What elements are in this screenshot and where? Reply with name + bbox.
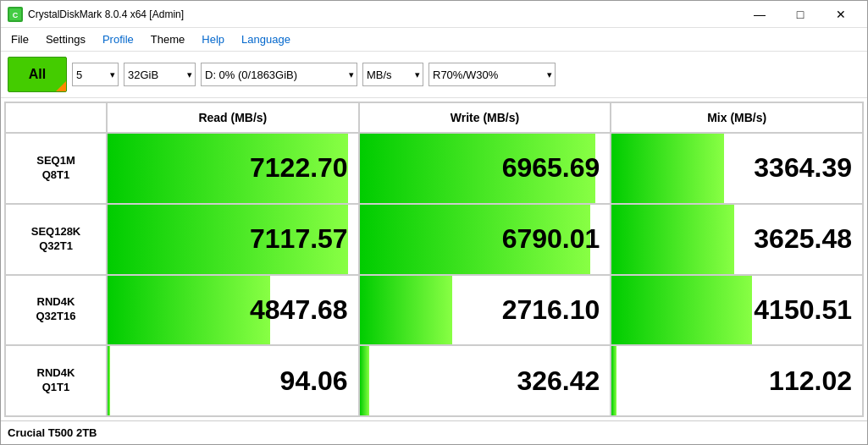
value-seq128k-read: 7117.57 bbox=[107, 204, 359, 275]
profile-select-wrapper[interactable]: R70%/W30% Default bbox=[428, 63, 556, 86]
menu-bar: File Settings Profile Theme Help Languag… bbox=[1, 28, 867, 52]
close-button[interactable]: ✕ bbox=[821, 1, 860, 28]
text-rnd4k-q1t1-mix: 112.02 bbox=[769, 365, 852, 397]
label-q1t1: Q1T1 bbox=[42, 381, 70, 395]
size-select[interactable]: 32GiB 1GiB 4GiB 16GiB 64GiB bbox=[124, 63, 196, 86]
label-rnd4k-q32t16: RND4K Q32T16 bbox=[5, 275, 107, 346]
value-rnd4k-q1t1-mix: 112.02 bbox=[611, 345, 863, 416]
window-controls: — □ ✕ bbox=[740, 1, 860, 28]
results-table: Read (MB/s) Write (MB/s) Mix (MB/s) SEQ1… bbox=[4, 102, 864, 417]
text-seq1m-read: 7122.70 bbox=[250, 152, 348, 184]
header-write: Write (MB/s) bbox=[359, 102, 611, 133]
value-seq1m-write: 6965.69 bbox=[359, 133, 611, 204]
status-bar: Crucial T500 2TB bbox=[1, 420, 867, 444]
text-seq1m-mix: 3364.39 bbox=[754, 152, 852, 184]
bar-seq128k-mix bbox=[611, 205, 734, 274]
header-empty bbox=[5, 102, 107, 133]
main-content: Read (MB/s) Write (MB/s) Mix (MB/s) SEQ1… bbox=[1, 98, 867, 420]
label-seq1m: SEQ1M bbox=[36, 154, 75, 168]
bar-rnd4k-q1t1-mix bbox=[611, 346, 616, 415]
label-rnd4k-1: RND4K bbox=[37, 295, 75, 310]
app-window: C CrystalDiskMark 8.0.4 x64 [Admin] — □ … bbox=[0, 0, 868, 445]
value-rnd4k-q1t1-read: 94.06 bbox=[107, 345, 359, 416]
text-seq128k-mix: 3625.48 bbox=[754, 223, 852, 255]
bar-rnd4k-q32t16-mix bbox=[611, 276, 752, 345]
label-q8t1: Q8T1 bbox=[42, 168, 70, 183]
value-rnd4k-q32t16-mix: 4150.51 bbox=[611, 275, 863, 346]
bar-rnd4k-q32t16-write bbox=[360, 276, 452, 345]
text-rnd4k-q32t16-write: 2716.10 bbox=[502, 294, 600, 326]
text-seq128k-write: 6790.01 bbox=[502, 223, 600, 255]
value-seq1m-read: 7122.70 bbox=[107, 133, 359, 204]
label-q32t16: Q32T16 bbox=[36, 310, 76, 324]
label-rnd4k-q1t1: RND4K Q1T1 bbox=[5, 345, 107, 416]
drive-select-wrapper[interactable]: D: 0% (0/1863GiB) bbox=[201, 63, 357, 86]
unit-select-wrapper[interactable]: MB/s GB/s IOPS bbox=[362, 63, 423, 86]
label-seq128k-q32t1: SEQ128K Q32T1 bbox=[5, 204, 107, 275]
label-seq128k: SEQ128K bbox=[31, 225, 81, 239]
toolbar: All 5 1 3 9 32GiB 1GiB 4GiB 16GiB 64GiB … bbox=[1, 52, 867, 98]
label-q32t1: Q32T1 bbox=[39, 239, 73, 254]
header-mix: Mix (MB/s) bbox=[611, 102, 863, 133]
text-seq128k-read: 7117.57 bbox=[250, 223, 348, 255]
app-icon: C bbox=[8, 7, 23, 22]
text-rnd4k-q1t1-write: 326.42 bbox=[517, 365, 600, 397]
all-button[interactable]: All bbox=[8, 57, 67, 92]
label-seq1m-q8t1: SEQ1M Q8T1 bbox=[5, 133, 107, 204]
header-read: Read (MB/s) bbox=[107, 102, 359, 133]
text-rnd4k-q32t16-read: 4847.68 bbox=[250, 294, 348, 326]
unit-select[interactable]: MB/s GB/s IOPS bbox=[362, 63, 423, 86]
bar-rnd4k-q1t1-read bbox=[108, 346, 110, 415]
menu-profile[interactable]: Profile bbox=[96, 31, 141, 47]
drive-select[interactable]: D: 0% (0/1863GiB) bbox=[201, 63, 357, 86]
svg-text:C: C bbox=[13, 11, 19, 19]
bar-rnd4k-q32t16-read bbox=[108, 276, 270, 345]
value-rnd4k-q1t1-write: 326.42 bbox=[359, 345, 611, 416]
value-rnd4k-q32t16-write: 2716.10 bbox=[359, 275, 611, 346]
size-select-wrapper[interactable]: 32GiB 1GiB 4GiB 16GiB 64GiB bbox=[124, 63, 196, 86]
title-bar: C CrystalDiskMark 8.0.4 x64 [Admin] — □ … bbox=[1, 1, 867, 28]
bar-seq1m-mix bbox=[611, 134, 724, 203]
window-title: CrystalDiskMark 8.0.4 x64 [Admin] bbox=[28, 8, 740, 20]
value-seq128k-mix: 3625.48 bbox=[611, 204, 863, 275]
menu-help[interactable]: Help bbox=[195, 31, 231, 47]
status-text: Crucial T500 2TB bbox=[8, 426, 97, 439]
text-rnd4k-q32t16-mix: 4150.51 bbox=[754, 294, 852, 326]
value-rnd4k-q32t16-read: 4847.68 bbox=[107, 275, 359, 346]
bar-rnd4k-q1t1-write bbox=[360, 346, 370, 415]
menu-file[interactable]: File bbox=[4, 31, 36, 47]
text-rnd4k-q1t1-read: 94.06 bbox=[280, 365, 348, 397]
runs-select-wrapper[interactable]: 5 1 3 9 bbox=[72, 63, 119, 86]
text-seq1m-write: 6965.69 bbox=[502, 152, 600, 184]
minimize-button[interactable]: — bbox=[740, 1, 779, 28]
value-seq1m-mix: 3364.39 bbox=[611, 133, 863, 204]
label-rnd4k-2: RND4K bbox=[37, 366, 75, 381]
menu-language[interactable]: Language bbox=[235, 31, 297, 47]
menu-theme[interactable]: Theme bbox=[144, 31, 191, 47]
runs-select[interactable]: 5 1 3 9 bbox=[72, 63, 119, 86]
maximize-button[interactable]: □ bbox=[781, 1, 820, 28]
value-seq128k-write: 6790.01 bbox=[359, 204, 611, 275]
profile-select[interactable]: R70%/W30% Default bbox=[428, 63, 556, 86]
menu-settings[interactable]: Settings bbox=[39, 31, 92, 47]
